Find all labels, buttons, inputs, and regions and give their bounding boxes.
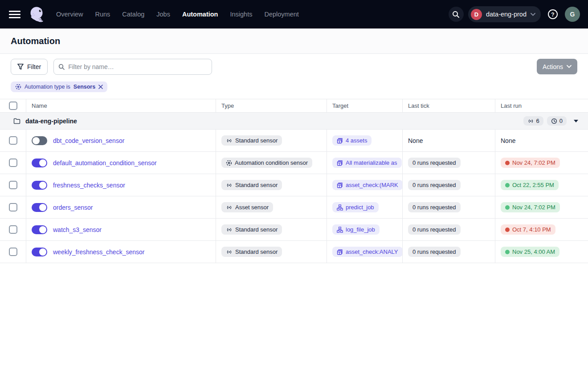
sensor-enabled-toggle[interactable] [32,159,47,167]
sensor-type-label: Standard sensor [235,226,278,233]
row-checkbox[interactable] [9,203,17,211]
page-title: Automation [11,36,60,46]
target-link-badge[interactable]: asset_check:(MARK [332,180,402,190]
sensor-signal-icon [226,205,233,210]
sensor-signal-icon [226,227,233,232]
sensor-row: orders_sensorAsset sensorpredict_job0 ru… [0,196,588,219]
deployment-switcher[interactable]: D data-eng-prod [468,6,541,22]
automation-condition-icon [226,160,232,166]
sensor-count-badge[interactable]: 6 [523,116,543,126]
sensor-enabled-toggle[interactable] [32,181,47,190]
sensor-row: watch_s3_sensorStandard sensorlog_file_j… [0,219,588,241]
row-checkbox[interactable] [9,181,17,189]
last-tick-badge: 0 runs requested [408,180,461,190]
sensor-enabled-toggle[interactable] [32,136,47,145]
code-location-group-row: data-eng-pipeline 6 [0,113,588,130]
global-search-button[interactable] [449,7,464,22]
target-label: predict_job [346,204,374,211]
sensor-type-badge: Standard sensor [221,247,282,257]
last-run-status-badge[interactable]: Oct 22, 2:55 PM [501,180,559,190]
sensor-name-link[interactable]: default_automation_condition_sensor [53,159,157,167]
search-icon [58,64,65,70]
sensor-enabled-toggle[interactable] [32,248,47,256]
select-all-checkbox[interactable] [9,102,17,110]
actions-button[interactable]: Actions [537,59,577,74]
help-button[interactable]: ? [545,7,560,22]
asset-icon [337,249,343,255]
column-header-type: Type [216,99,327,112]
row-checkbox[interactable] [9,248,17,256]
asset-icon [337,182,343,188]
row-checkbox[interactable] [9,225,17,234]
sensor-name-link[interactable]: dbt_code_version_sensor [53,137,124,144]
hamburger-menu-icon[interactable] [9,11,20,18]
sensor-row: default_automation_condition_sensorAutom… [0,152,588,174]
nav-item-catalog[interactable]: Catalog [122,11,144,18]
sensor-type-label: Standard sensor [235,137,278,144]
filter-chip-prefix: Automation type is [24,84,70,90]
sensor-signal-icon [226,138,233,143]
target-link-badge[interactable]: asset_check:ANALY [332,247,402,257]
last-run-status-badge[interactable]: Nov 24, 7:02 PM [501,158,560,168]
main-navigation: Overview Runs Catalog Jobs Automation In… [56,11,299,18]
nav-item-runs[interactable]: Runs [95,11,110,18]
table-body: dbt_code_version_sensorStandard sensor4 … [0,130,588,263]
sensor-enabled-toggle[interactable] [32,203,47,212]
caret-down-icon[interactable] [574,120,578,122]
user-avatar[interactable]: G [565,7,580,22]
job-icon [337,204,343,211]
nav-item-insights[interactable]: Insights [230,11,252,18]
sensor-name-link[interactable]: weekly_freshness_check_sensor [53,248,144,256]
last-run-status-badge[interactable]: Nov 25, 4:00 AM [501,247,559,257]
sensor-name-link[interactable]: freshness_checks_sensor [53,182,125,189]
question-circle-icon: ? [547,9,558,20]
last-run-status-badge[interactable]: Nov 24, 7:02 PM [501,202,560,212]
target-link-badge[interactable]: predict_job [332,202,379,212]
automation-type-filter-chip[interactable]: Automation type is Sensors [11,81,107,92]
chevron-down-icon [531,13,535,16]
job-icon [337,227,343,233]
target-link-badge[interactable]: All materializable as [332,158,402,168]
target-label: asset_check:ANALY [346,248,398,255]
sensor-signal-icon [226,183,233,188]
nav-item-automation[interactable]: Automation [182,11,218,18]
column-header-last-tick: Last tick [402,99,495,112]
automation-page: Overview Runs Catalog Jobs Automation In… [0,0,588,366]
dagster-logo-icon[interactable] [28,5,46,24]
sensor-signal-icon [527,118,534,124]
column-header-last-run: Last run [495,99,588,112]
sensor-type-badge: Asset sensor [221,202,273,212]
schedule-count: 0 [559,118,563,124]
clock-icon [551,118,557,124]
sensor-name-link[interactable]: orders_sensor [53,204,93,211]
chevron-down-icon [567,65,572,68]
sensor-type-label: Asset sensor [235,204,269,211]
nav-item-jobs[interactable]: Jobs [156,11,170,18]
name-filter-field [53,59,212,75]
code-location-name: data-eng-pipeline [25,118,77,125]
target-link-badge[interactable]: log_file_job [332,224,380,235]
sensor-name-link[interactable]: watch_s3_sensor [53,226,102,233]
filter-button[interactable]: Filter [11,59,48,75]
close-icon[interactable] [98,85,103,89]
row-checkbox[interactable] [9,136,17,145]
last-run-status-badge[interactable]: Oct 7, 4:10 PM [501,224,555,235]
toolbar: Filter Actions [0,54,588,79]
deployment-name: data-eng-prod [486,11,527,18]
target-link-badge[interactable]: 4 assets [332,135,372,146]
name-filter-input[interactable] [68,63,207,70]
funnel-icon [17,64,24,70]
column-header-name: Name [26,99,216,112]
run-status-dot-icon [505,250,510,254]
row-checkbox[interactable] [9,159,17,167]
nav-item-deployment[interactable]: Deployment [264,11,298,18]
asset-icon [337,138,343,144]
sensor-type-badge: Standard sensor [221,135,282,146]
nav-item-overview[interactable]: Overview [56,11,83,18]
sensor-signal-icon [226,249,233,255]
sensor-type-label: Standard sensor [235,182,278,188]
schedule-count-badge[interactable]: 0 [547,116,567,126]
svg-text:?: ? [551,12,554,18]
sensor-enabled-toggle[interactable] [32,225,47,234]
last-tick-value: None [408,137,423,144]
